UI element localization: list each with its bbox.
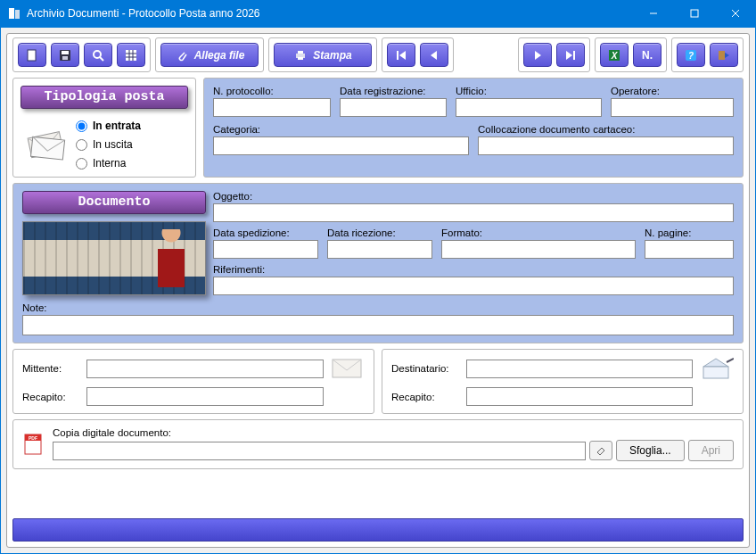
- mittente-label: Mittente:: [22, 363, 79, 374]
- svg-rect-1: [15, 10, 20, 19]
- svg-text:PDF: PDF: [29, 435, 37, 441]
- note-input[interactable]: [22, 315, 734, 335]
- destinatario-recapito-input[interactable]: [466, 387, 693, 406]
- window-title: Archivio Documenti - Protocollo Posta an…: [27, 7, 633, 20]
- grid-button[interactable]: [117, 43, 145, 67]
- categoria-label: Categoria:: [213, 124, 469, 135]
- last-icon: [563, 48, 578, 62]
- digital-copy-panel: PDF Copia digitale documento: Sfoglia...…: [12, 419, 744, 469]
- digital-copy-path-input[interactable]: [53, 442, 586, 460]
- mail-type-panel: Tipologia posta In entrata In uscita Int…: [12, 78, 196, 178]
- exit-button[interactable]: [710, 43, 738, 67]
- minimize-button[interactable]: [633, 0, 674, 27]
- destinatario-input[interactable]: [466, 360, 693, 378]
- operatore-input[interactable]: [611, 98, 734, 117]
- printer-icon: [293, 48, 308, 62]
- mittente-input[interactable]: [86, 360, 324, 378]
- help-button[interactable]: ?: [677, 43, 705, 67]
- app-icon: [7, 6, 21, 21]
- help-icon: ?: [684, 48, 698, 62]
- collocazione-label: Collocazione documento cartaceo:: [478, 124, 734, 135]
- oggetto-input[interactable]: [213, 203, 734, 222]
- svg-rect-32: [703, 367, 728, 378]
- title-bar: Archivio Documenti - Protocollo Posta an…: [0, 0, 756, 27]
- nav-next-button[interactable]: [523, 43, 552, 67]
- new-button[interactable]: [18, 43, 46, 67]
- n-protocollo-input[interactable]: [213, 98, 331, 117]
- grid-icon: [124, 48, 138, 62]
- status-bar: [12, 518, 744, 542]
- data-spedizione-input[interactable]: [213, 240, 318, 259]
- maximize-button[interactable]: [674, 0, 715, 27]
- paperclip-icon: [175, 48, 189, 62]
- data-registrazione-label: Data registrazione:: [340, 86, 447, 96]
- mail-closed-icon: [331, 357, 365, 380]
- ufficio-label: Ufficio:: [456, 86, 602, 96]
- prev-icon: [427, 48, 441, 62]
- svg-line-33: [727, 359, 734, 362]
- first-icon: [394, 48, 408, 62]
- nav-prev-button[interactable]: [420, 43, 448, 67]
- svg-text:X: X: [611, 51, 619, 61]
- archive-image: [22, 221, 206, 295]
- data-registrazione-input[interactable]: [340, 98, 447, 117]
- svg-line-11: [100, 57, 103, 61]
- svg-rect-8: [62, 51, 69, 54]
- envelope-icon: [22, 120, 70, 169]
- svg-rect-9: [62, 56, 68, 60]
- nav-last-button[interactable]: [556, 43, 585, 67]
- svg-marker-17: [399, 51, 406, 60]
- new-file-icon: [25, 48, 39, 62]
- n-label: N.: [642, 49, 653, 62]
- toolbar: Allega file Stampa X N. ?: [12, 37, 744, 72]
- destinatario-panel: Destinatario: Recapito:: [382, 349, 744, 414]
- mittente-panel: Mittente: Recapito:: [12, 349, 374, 414]
- radio-interna[interactable]: Interna: [76, 157, 141, 170]
- radio-in-uscita[interactable]: In uscita: [76, 138, 141, 151]
- svg-marker-20: [566, 51, 572, 60]
- nav-first-button[interactable]: [387, 43, 415, 67]
- collocazione-input[interactable]: [478, 136, 734, 155]
- svg-rect-14: [298, 51, 303, 54]
- n-pagine-input[interactable]: [645, 240, 734, 259]
- svg-marker-27: [725, 53, 729, 58]
- browse-button[interactable]: Sfoglia...: [616, 440, 685, 461]
- mittente-recapito-label: Recapito:: [22, 392, 79, 402]
- oggetto-label: Oggetto:: [213, 191, 734, 202]
- destinatario-recapito-label: Recapito:: [391, 392, 459, 402]
- mail-open-icon: [700, 357, 734, 380]
- attach-file-button[interactable]: Allega file: [160, 43, 259, 67]
- svg-marker-31: [703, 359, 728, 367]
- riferimenti-input[interactable]: [213, 277, 734, 295]
- mittente-recapito-input[interactable]: [86, 387, 324, 406]
- svg-rect-16: [397, 51, 399, 60]
- svg-point-10: [94, 51, 101, 58]
- data-spedizione-label: Data spedizione:: [213, 227, 318, 238]
- search-button[interactable]: [84, 43, 112, 67]
- categoria-input[interactable]: [213, 136, 469, 155]
- eraser-icon: [595, 444, 607, 457]
- svg-rect-26: [719, 51, 725, 60]
- print-button[interactable]: Stampa: [274, 43, 372, 67]
- excel-icon: X: [607, 48, 621, 62]
- svg-rect-3: [691, 10, 698, 17]
- svg-marker-19: [535, 51, 541, 60]
- clear-path-button[interactable]: [589, 441, 612, 460]
- save-icon: [58, 48, 72, 62]
- formato-input[interactable]: [441, 240, 636, 259]
- n-pagine-label: N. pagine:: [645, 227, 734, 238]
- ufficio-input[interactable]: [456, 98, 602, 117]
- data-ricezione-input[interactable]: [327, 240, 432, 259]
- documento-panel: Documento Oggetto: Data spedizione: Data…: [12, 183, 744, 343]
- save-button[interactable]: [51, 43, 79, 67]
- open-button[interactable]: Apri: [688, 440, 734, 461]
- operatore-label: Operatore:: [611, 86, 734, 96]
- print-label: Stampa: [313, 49, 351, 62]
- export-excel-button[interactable]: X: [600, 43, 629, 67]
- close-button[interactable]: [715, 0, 756, 27]
- number-button[interactable]: N.: [633, 43, 662, 67]
- riferimenti-label: Riferimenti:: [213, 264, 734, 275]
- radio-in-entrata[interactable]: In entrata: [76, 120, 141, 132]
- destinatario-label: Destinatario:: [391, 363, 459, 374]
- mail-type-title: Tipologia posta: [21, 86, 188, 109]
